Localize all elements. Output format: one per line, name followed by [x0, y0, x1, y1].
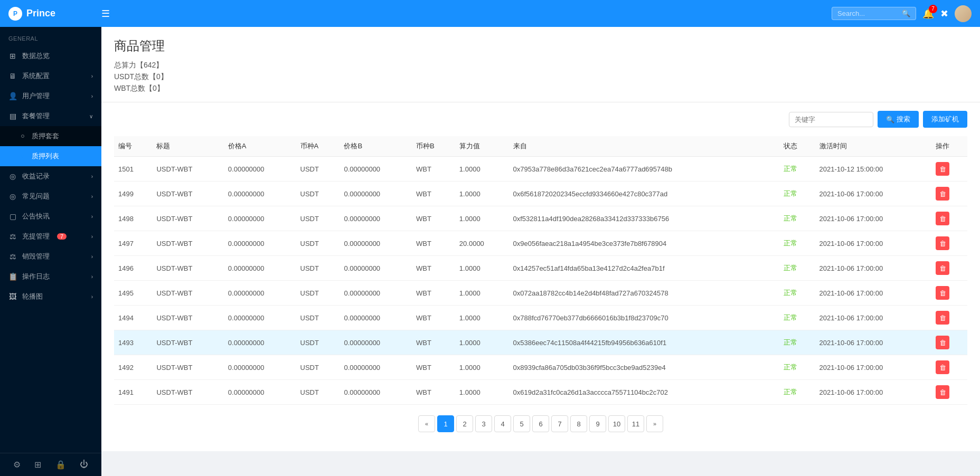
- table-row: 1493 USDT-WBT 0.00000000 USDT 0.00000000…: [114, 330, 967, 355]
- cell-coinA: USDT: [296, 157, 340, 182]
- sidebar-item-dashboard[interactable]: ⊞ 数据总览: [0, 46, 101, 66]
- sidebar-bottom: ⚙ ⊞ 🔒 ⏻: [0, 453, 101, 476]
- cell-id: 1501: [114, 157, 152, 182]
- sidebar-item-system-config[interactable]: 🖥 系统配置 ›: [0, 66, 101, 86]
- page-title: 商品管理: [114, 37, 967, 54]
- pagination-page-10[interactable]: 10: [608, 415, 625, 432]
- cell-priceB: 0.00000000: [340, 231, 412, 256]
- pagination-page-6[interactable]: 6: [532, 415, 549, 432]
- cell-title: USDT-WBT: [152, 206, 223, 231]
- sidebar-item-package-manage[interactable]: ▤ 套餐管理 ∨: [0, 106, 101, 126]
- cell-priceB: 0.00000000: [340, 306, 412, 330]
- cell-from: 0xf532811a4df190dea28268a33412d337333b67…: [509, 206, 779, 231]
- delete-button[interactable]: 🗑: [936, 212, 949, 225]
- sidebar-item-announcement[interactable]: ▢ 公告快讯 ›: [0, 206, 101, 226]
- table-row: 1497 USDT-WBT 0.00000000 USDT 0.00000000…: [114, 231, 967, 256]
- lock-bottom-icon[interactable]: 🔒: [55, 460, 66, 470]
- grid-bottom-icon[interactable]: ⊞: [34, 460, 41, 470]
- notification-badge: 7: [929, 5, 937, 13]
- keyword-input[interactable]: [789, 112, 873, 127]
- logo-area: P Prince: [8, 7, 93, 21]
- add-miner-button[interactable]: 添加矿机: [923, 111, 967, 128]
- col-priceA: 价格A: [224, 136, 296, 157]
- pagination-page-7[interactable]: 7: [551, 415, 568, 432]
- cell-coinA: USDT: [296, 330, 340, 355]
- cell-time: 2021-10-06 17:00:00: [815, 355, 932, 380]
- cell-priceA: 0.00000000: [224, 231, 296, 256]
- cell-hashrate: 1.0000: [455, 256, 509, 281]
- sidebar-item-carousel[interactable]: 🖼 轮播图 ›: [0, 287, 101, 307]
- sidebar-item-pledge-package[interactable]: 质押套套: [0, 126, 101, 146]
- power-bottom-icon[interactable]: ⏻: [80, 460, 88, 470]
- pagination-page-9[interactable]: 9: [589, 415, 606, 432]
- pagination-page-5[interactable]: 5: [513, 415, 530, 432]
- sidebar-item-recharge-manage[interactable]: ⚖ 充提管理 7 ›: [0, 226, 101, 246]
- cell-time: 2021-10-06 17:00:00: [815, 231, 932, 256]
- cell-priceA: 0.00000000: [224, 256, 296, 281]
- pagination-prev[interactable]: «: [418, 415, 435, 432]
- cell-time: 2021-10-12 15:00:00: [815, 157, 932, 182]
- cell-from: 0x788fcd76770eb377db6666016b3b1f8d23709c…: [509, 306, 779, 330]
- search-button[interactable]: 🔍 搜索: [878, 111, 919, 128]
- cell-priceB: 0.00000000: [340, 206, 412, 231]
- pagination-page-3[interactable]: 3: [475, 415, 492, 432]
- delete-button[interactable]: 🗑: [936, 385, 949, 399]
- cell-status: 正常: [779, 330, 815, 355]
- pagination-page-1[interactable]: 1: [437, 415, 454, 432]
- cell-status: 正常: [779, 355, 815, 380]
- delete-button[interactable]: 🗑: [936, 336, 949, 349]
- cell-hashrate: 1.0000: [455, 355, 509, 380]
- menu-toggle-icon[interactable]: ☰: [101, 8, 110, 20]
- cell-status: 正常: [779, 281, 815, 306]
- cell-time: 2021-10-06 17:00:00: [815, 281, 932, 306]
- sidebar-item-faq[interactable]: ◎ 常见问题 ›: [0, 186, 101, 206]
- chevron-right-icon: ›: [91, 214, 93, 220]
- settings-icon[interactable]: ✖: [940, 8, 948, 20]
- cell-from: 0x6f5618720202345eccfd9334660e427c80c377…: [509, 182, 779, 206]
- delete-button[interactable]: 🗑: [936, 187, 949, 201]
- cell-action: 🗑: [931, 206, 967, 231]
- sidebar-item-pledge-list[interactable]: 质押列表: [0, 146, 101, 166]
- cell-id: 1492: [114, 355, 152, 380]
- cell-priceB: 0.00000000: [340, 182, 412, 206]
- delete-button[interactable]: 🗑: [936, 286, 949, 300]
- cell-status: 正常: [779, 231, 815, 256]
- global-search-input[interactable]: [837, 9, 899, 17]
- search-btn-label: 搜索: [897, 115, 910, 124]
- search-icon[interactable]: 🔍: [902, 9, 910, 17]
- pagination-page-4[interactable]: 4: [494, 415, 511, 432]
- cell-priceA: 0.00000000: [224, 182, 296, 206]
- pagination-page-11[interactable]: 11: [627, 415, 644, 432]
- cell-action: 🗑: [931, 182, 967, 206]
- chevron-right-icon: ›: [91, 274, 93, 280]
- cell-id: 1497: [114, 231, 152, 256]
- delete-button[interactable]: 🗑: [936, 261, 949, 275]
- package-icon: ▤: [8, 112, 17, 120]
- delete-button[interactable]: 🗑: [936, 162, 949, 176]
- delete-button[interactable]: 🗑: [936, 236, 949, 250]
- sidebar-item-user-manage[interactable]: 👤 用户管理 ›: [0, 86, 101, 106]
- notification-icon[interactable]: 🔔 7: [922, 8, 934, 20]
- sidebar-section-general: GENERAL: [0, 27, 101, 46]
- sidebar-item-income-record[interactable]: ◎ 收益记录 ›: [0, 166, 101, 186]
- delete-button[interactable]: 🗑: [936, 311, 949, 325]
- sidebar-item-operation-log[interactable]: 📋 操作日志 ›: [0, 266, 101, 287]
- cell-coinB: WBT: [412, 182, 455, 206]
- cell-id: 1496: [114, 256, 152, 281]
- delete-button[interactable]: 🗑: [936, 360, 949, 374]
- global-search-box[interactable]: 🔍: [832, 7, 916, 20]
- cell-time: 2021-10-06 17:00:00: [815, 330, 932, 355]
- pagination-page-2[interactable]: 2: [456, 415, 473, 432]
- user-avatar[interactable]: [955, 5, 972, 22]
- pagination-page-8[interactable]: 8: [570, 415, 587, 432]
- cell-priceB: 0.00000000: [340, 380, 412, 405]
- cell-hashrate: 1.0000: [455, 330, 509, 355]
- cell-coinB: WBT: [412, 306, 455, 330]
- settings-bottom-icon[interactable]: ⚙: [13, 460, 21, 470]
- sidebar-item-label: 质押套套: [32, 131, 59, 141]
- cell-coinB: WBT: [412, 256, 455, 281]
- cell-status: 正常: [779, 182, 815, 206]
- sidebar-item-sales-manage[interactable]: ⚖ 销毁管理 ›: [0, 246, 101, 266]
- cell-priceB: 0.00000000: [340, 157, 412, 182]
- pagination-next[interactable]: »: [646, 415, 663, 432]
